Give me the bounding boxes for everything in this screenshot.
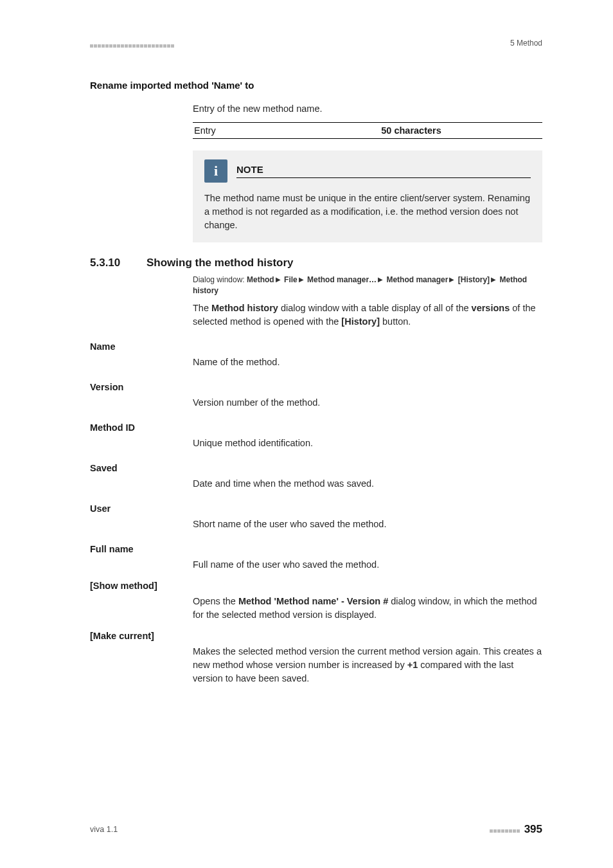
def-version: Version Version number of the method. — [90, 382, 542, 410]
ui-ref: Method history — [211, 303, 278, 313]
footer-ornament — [490, 829, 520, 833]
ui-ref: versions — [472, 303, 510, 313]
def-term: [Make current] — [90, 631, 542, 641]
def-term: Name — [90, 341, 542, 352]
def-term: Method ID — [90, 422, 542, 433]
def-user: User Short name of the user who saved th… — [90, 503, 542, 531]
crumb-part: [History] — [458, 275, 490, 284]
ui-ref: [History] — [341, 316, 380, 327]
section-number: 5.3.10 — [90, 257, 147, 269]
def-body: Makes the selected method version the cu… — [193, 645, 542, 685]
note-body: The method name must be unique in the en… — [204, 192, 531, 232]
crumb-part: Method manager… — [307, 275, 377, 284]
rename-section: Entry of the new method name. Entry 50 c… — [193, 102, 542, 242]
entry-spec-table: Entry 50 characters — [193, 122, 542, 139]
crumb-part: File — [284, 275, 298, 284]
entry-value: 50 characters — [280, 123, 542, 139]
def-make-current: [Make current] Makes the selected method… — [90, 631, 542, 685]
def-body: Unique method identification. — [193, 437, 542, 450]
entry-label: Entry — [193, 123, 280, 139]
def-show-method: [Show method] Opens the Method 'Method n… — [90, 581, 542, 622]
def-term: [Show method] — [90, 581, 542, 591]
section-heading: 5.3.10 Showing the method history — [90, 257, 542, 269]
page-footer: viva 1.1 395 — [90, 823, 542, 836]
chevron-right-icon: ▶ — [377, 276, 384, 283]
note-box: i NOTE The method name must be unique in… — [193, 150, 542, 242]
text: dialog window with a table display of al… — [278, 303, 472, 313]
def-saved: Saved Date and time when the method was … — [90, 463, 542, 491]
section-body: Dialog window: Method▶ File▶ Method mana… — [193, 275, 542, 329]
crumb-part: Method — [247, 275, 274, 284]
rename-heading: Rename imported method 'Name' to — [90, 80, 542, 91]
ui-ref: Method 'Method name' - Version # — [238, 596, 388, 606]
def-name: Name Name of the method. — [90, 341, 542, 369]
text: button. — [380, 316, 411, 327]
rename-description: Entry of the new method name. — [193, 102, 542, 116]
def-term: Saved — [90, 463, 542, 473]
def-body: Version number of the method. — [193, 396, 542, 410]
def-body: Short name of the user who saved the met… — [193, 518, 542, 531]
page: 5 Method Rename imported method 'Name' t… — [0, 0, 613, 868]
crumb-part: Method manager — [386, 275, 448, 284]
info-icon: i — [204, 159, 227, 183]
header-ornament — [90, 44, 175, 48]
def-method-id: Method ID Unique method identification. — [90, 422, 542, 450]
section-intro: The Method history dialog window with a … — [193, 302, 542, 329]
chevron-right-icon: ▶ — [274, 276, 282, 283]
def-term: User — [90, 503, 542, 514]
text: Opens the — [193, 596, 238, 606]
chevron-right-icon: ▶ — [490, 276, 497, 283]
def-body: Name of the method. — [193, 356, 542, 369]
chevron-right-icon: ▶ — [448, 276, 456, 283]
page-number: 395 — [524, 823, 542, 836]
section-title: Showing the method history — [147, 257, 294, 269]
def-term: Version — [90, 382, 542, 392]
def-term: Full name — [90, 544, 542, 554]
page-header: 5 Method — [90, 39, 542, 48]
def-body: Opens the Method 'Method name' - Version… — [193, 595, 542, 622]
ui-ref: +1 — [407, 660, 418, 670]
footer-right: 395 — [490, 823, 542, 836]
def-full-name: Full name Full name of the user who save… — [90, 544, 542, 572]
text: The — [193, 303, 211, 313]
note-header: i NOTE — [204, 159, 531, 183]
crumb-prefix: Dialog window: — [193, 275, 247, 284]
header-section-label: 5 Method — [510, 39, 542, 48]
def-body: Date and time when the method was saved. — [193, 477, 542, 491]
footer-left: viva 1.1 — [90, 825, 118, 834]
chevron-right-icon: ▶ — [298, 276, 305, 283]
def-body: Full name of the user who saved the meth… — [193, 558, 542, 572]
note-title: NOTE — [236, 164, 531, 178]
breadcrumb: Dialog window: Method▶ File▶ Method mana… — [193, 275, 542, 296]
